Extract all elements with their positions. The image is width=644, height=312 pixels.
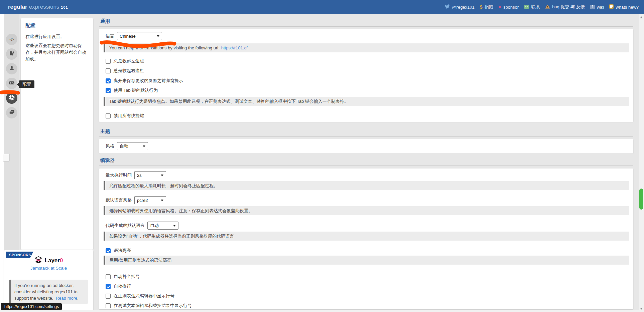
tab-default-row: 使用 Tab 键的默认行为 (106, 87, 158, 94)
checkbox-label: 使用 Tab 键的默认行为 (114, 87, 158, 93)
language-select[interactable]: Chinese (117, 32, 162, 40)
dollar-icon: $ (480, 5, 483, 9)
chevron-down-icon (161, 200, 163, 201)
warning-icon (545, 4, 550, 10)
regex-line-numbers-row: 在正则表达式编辑器中显示行号 (106, 293, 174, 299)
tab-behavior-note: Tab 键的默认行为是切换焦点。如果禁用此选项，在正则表达式、测试文本、替换的输… (104, 97, 629, 106)
panel-collapse-handle[interactable] (3, 154, 10, 162)
sponsor-tagline[interactable]: Jamstack at Scale (4, 266, 93, 271)
site-logo[interactable]: regular expressions 101 (8, 4, 68, 10)
codegen-note-text: 如果设为"自动"，代码生成器将选择当前正则风格对应的代码语言 (109, 233, 234, 239)
logo-part-expressions: expressions (29, 4, 59, 10)
sidebar-item-forum[interactable] (6, 107, 17, 118)
sidebar-item-quiz[interactable] (6, 78, 17, 89)
unsaved-warning-checkbox[interactable] (106, 78, 111, 83)
test-line-numbers-checkbox[interactable] (106, 303, 111, 308)
nav-link-label: bug 提交 与 反馈 (552, 4, 585, 10)
nav-link-label: @regex101 (452, 5, 474, 10)
nav-link-label: 捐赠 (485, 4, 493, 10)
top-navbar: regular expressions 101 @regex101 $ 捐赠 ♥… (0, 0, 644, 14)
changelog-icon (609, 4, 614, 10)
chevron-down-icon (173, 225, 176, 227)
translation-note: You can help with translations by visiti… (104, 43, 629, 52)
chevron-down-icon (143, 145, 145, 147)
code-icon: </> (10, 37, 14, 41)
nav-link-label: wiki (597, 5, 604, 10)
sidebar-item-account[interactable] (6, 63, 17, 74)
translation-link[interactable]: https://r101.cf (221, 45, 248, 50)
section-divider (99, 166, 633, 166)
status-url-tooltip: https://regex101.com/settings (1, 303, 62, 310)
sidebar-item-library[interactable] (6, 48, 17, 60)
nav-link-contact[interactable]: 联系 (524, 4, 540, 10)
sponsor-divider (10, 276, 87, 276)
flavor-note-text: 选择网站加载时要使用的语言风格。注意：保存正则表达式会覆盖此设置。 (109, 208, 253, 214)
checkbox-label: 总是收起左边栏 (114, 58, 144, 64)
settings-tooltip: 配置 (19, 80, 34, 88)
theme-settings-card (99, 139, 633, 153)
section-divider (99, 26, 633, 27)
timeout-select-value: 2s (137, 173, 142, 178)
codegen-row: 代码生成的默认语言 自动 (106, 222, 178, 230)
config-description-2: 这些设置会在您更改时自动保存，并且每次打开网站都会自动加载。 (25, 42, 90, 62)
checkbox-label: 离开未保存更改的页面之前弹窗提示 (114, 78, 183, 84)
regex-line-numbers-checkbox[interactable] (106, 294, 111, 299)
left-page-margin (0, 14, 4, 312)
collapse-left-checkbox[interactable] (106, 59, 111, 64)
adblocker-note: If you're running an ad blocker, conside… (9, 280, 88, 304)
nav-link-donate[interactable]: $ 捐赠 (480, 4, 493, 10)
section-title-editor: 编辑器 (100, 157, 115, 164)
nav-link-wiki[interactable]: wiki (590, 5, 604, 10)
config-description-1: 在此进行应用设置。 (25, 34, 65, 40)
nav-link-whats-new[interactable]: whats new? (609, 4, 639, 10)
highlight-note-text: 启用/禁用正则表达式的语法高亮 (109, 257, 171, 263)
logo-part-101: 101 (61, 5, 68, 9)
heart-icon: ♥ (499, 5, 501, 9)
sponsor-logo[interactable]: Layer0 (4, 256, 93, 265)
collapse-right-checkbox[interactable] (106, 68, 111, 73)
language-select-value: Chinese (120, 34, 136, 39)
page-title: 配置 (25, 22, 35, 29)
read-more-link[interactable]: Read more (56, 296, 77, 301)
codegen-select[interactable]: 自动 (147, 222, 178, 230)
disable-shortcuts-checkbox[interactable] (106, 113, 111, 118)
scroll-down-arrow-icon[interactable] (640, 308, 643, 310)
vertical-scrollbar[interactable] (639, 14, 644, 312)
checkbox-label: 自动换行 (114, 283, 131, 289)
codegen-select-value: 自动 (150, 223, 159, 229)
word-wrap-checkbox[interactable] (106, 284, 111, 289)
sidebar-item-settings[interactable] (6, 92, 17, 104)
language-label: 语言 (106, 33, 114, 39)
quiz-icon (9, 80, 15, 86)
layers-icon (34, 256, 42, 265)
nav-link-sponsor[interactable]: ♥ sponsor (499, 5, 519, 10)
word-wrap-row: 自动换行 (106, 283, 131, 290)
test-line-numbers-row: 在测试文本编辑器和替换结果中显示行号 (106, 302, 192, 309)
syntax-highlight-checkbox[interactable] (106, 248, 111, 253)
tab-default-checkbox[interactable] (106, 88, 111, 93)
unsaved-warning-row: 离开未保存更改的页面之前弹窗提示 (106, 77, 183, 84)
autocomplete-brackets-checkbox[interactable] (106, 274, 111, 279)
checkbox-label: 在正则表达式编辑器中显示行号 (114, 293, 174, 299)
envelope-icon (524, 5, 529, 10)
sponsor-brand-name: Layer0 (45, 257, 63, 264)
scrollbar-thumb[interactable] (639, 189, 643, 210)
library-icon (9, 51, 14, 57)
sponsors-card: SPONSORS Layer0 Jamstack at Scale If you… (4, 250, 93, 312)
flavor-select[interactable]: pcre2 (134, 196, 166, 204)
timeout-select[interactable]: 2s (134, 171, 166, 179)
nav-link-twitter[interactable]: @regex101 (445, 4, 474, 10)
nav-link-bug-report[interactable]: bug 提交 与 反馈 (545, 4, 585, 10)
horizontal-scrollbar[interactable] (0, 310, 639, 312)
period: . (77, 296, 79, 301)
sidebar-item-regex[interactable]: </> (6, 34, 17, 45)
style-select[interactable]: 自动 (117, 142, 148, 150)
nav-link-label: sponsor (503, 5, 519, 10)
regex101-settings-page: regular expressions 101 @regex101 $ 捐赠 ♥… (0, 0, 644, 312)
nav-link-label: 联系 (531, 4, 540, 10)
flavor-label: 默认语言风格 (106, 197, 132, 203)
twitter-icon (445, 4, 450, 10)
highlight-note: 启用/禁用正则表达式的语法高亮 (104, 256, 629, 265)
scroll-up-arrow-icon[interactable] (640, 16, 643, 18)
chevron-down-icon (157, 35, 159, 37)
